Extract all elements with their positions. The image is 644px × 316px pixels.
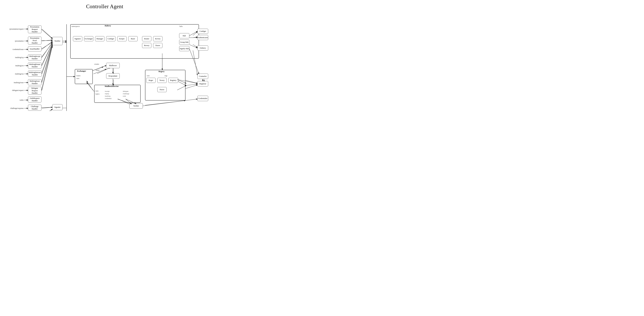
md-routes1: /receipt /replay /multisig /credential [105,90,112,100]
svg-line-17 [42,44,52,74]
exchanger-label: Exchanger [77,70,86,72]
svg-line-67 [186,84,198,86]
signaler-box: Signaler [52,104,62,110]
parser-ns-box: Parser [153,43,162,48]
regery-regs: regs [164,75,167,76]
regery-cues: cues [146,75,150,76]
revery-box: Revery [142,43,151,48]
route-presentation-request: /presentation/request [2,28,24,30]
route-multisig-issue: /multisig/issue [2,82,24,84]
configer-right-box: Configer [198,29,208,34]
registrar-box: Registrar [198,81,208,86]
pres-request-handler-box: PresentationRequestHandler [28,26,42,33]
credentialer-box: Credentialer [198,96,208,101]
reger-box: Reger [146,78,156,83]
habery-title: Habery [105,24,111,27]
md-topics: topics [96,93,100,95]
svg-line-22 [42,109,52,111]
oobi-request-handler-box: OobiRequestHandler [28,96,42,102]
svg-line-21 [42,107,52,108]
oobiery-box: Oobiery [198,46,208,50]
manager-box: Manager [95,36,104,41]
svg-line-16 [42,43,52,66]
route-oobis: /oobis [2,99,24,101]
exchanger-routes: routes [76,75,80,76]
parser-regery-box: Parser [157,87,166,92]
svg-line-55 [94,69,106,74]
hab-box: Hab [179,33,189,38]
svg-line-19 [42,46,52,90]
mailboxer-box: Mailboxer [106,63,120,68]
tevery-box: Tevery [157,78,166,83]
configer-ns-box: Configer [106,36,116,41]
svg-line-13 [42,40,52,41]
challenge-handler-box: ChallengeHandler [28,105,42,111]
md-cues: cues [96,90,98,92]
authenticator-box: Authenticator [198,35,208,40]
svg-line-48 [42,44,52,82]
regery-label: Regery [158,70,164,73]
exchanger-ns-box: Exchanger [84,36,93,41]
keeper-box: Keeper [117,36,126,41]
group-hab-box: Group Hab [179,40,189,45]
mailbox-director-region [94,85,140,103]
svg-line-12 [42,29,52,38]
delegate-request-handler-box: DelegateRequestHandler [28,87,42,94]
svg-line-45 [42,43,52,58]
svg-line-51 [42,107,52,108]
svg-line-43 [42,40,52,41]
verifier-box: Verifier [129,103,143,108]
habs-label: habs [180,26,182,27]
namespaces-label: namespaces [72,26,80,27]
pres-proof-handler-box: PresentationProofHandler [28,37,42,44]
route-delegate-request: /delegate/request [2,90,24,91]
svg-line-18 [42,46,52,82]
svg-line-47 [42,44,52,74]
notifier-box: Notifier [52,37,62,45]
exchanger-cues: cues [76,78,79,79]
page-title: Controller Agent [0,0,210,12]
svg-line-42 [42,29,52,39]
svg-line-44 [42,42,52,49]
md-routes2: /delegate /challenge /oobi [123,90,129,97]
counselor-box: Counselor [198,74,208,79]
route-presentation: /presentation [2,40,24,42]
svg-line-66 [186,80,198,83]
multisig-interact-handler-box: MultisigInteractHandler [28,70,42,76]
mailbox-director-label: MailboxDirector [105,85,119,88]
svg-line-49 [42,45,52,91]
router-box: Router [142,36,151,41]
multisig-issue-handler-box: MultisigIssueHandler [28,79,42,85]
route-credential-issue: /credential/issue [2,48,24,50]
route-multisig-rot: /multisig/rot [2,65,24,66]
issue-handler-box: IssueHandler [28,46,42,52]
name-label: name [96,69,100,71]
route-challenge-response: /challenge/response [2,108,24,109]
svg-line-14 [42,42,52,49]
respondant-box: Respondant [106,73,120,79]
registry-box: Registry [168,78,178,83]
kevery-box: Kevery [153,36,162,41]
signator-box: Signator [73,36,82,41]
diagram: /presentation/request /presentation /cre… [2,12,208,111]
creates-label: creates [94,63,99,65]
svg-line-46 [42,43,52,66]
svg-line-52 [42,109,52,111]
multisig-incept-handler-box: MultisigInceptHandler [28,54,42,60]
regery-region [145,70,186,100]
route-multisig-icp: /multisig/icp [2,56,24,58]
svg-line-32 [145,100,186,105]
baser-box: Baser [128,36,138,41]
svg-line-68 [186,85,198,88]
multisig-rotate-handler-box: MultisigRotateHandler [28,62,42,68]
svg-line-15 [42,42,52,58]
route-multisig-ixn: /multisig/ixn [2,73,24,75]
signify-hab-box: Signify Hab [179,46,189,51]
